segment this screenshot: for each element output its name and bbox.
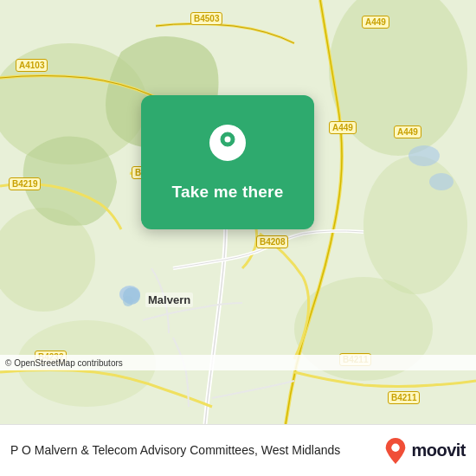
svg-point-9 [429,173,453,190]
road-label-b4219: B4219 [9,177,41,190]
location-description: P O Malvern & Telecom Advisory Committee… [10,442,383,458]
attribution-bar: © OpenStreetMap contributors [0,355,476,370]
svg-point-3 [363,156,467,294]
road-label-a4103: A4103 [16,59,48,72]
moovit-logo: moovit [383,437,466,465]
road-label-b4211-br: B4211 [388,391,420,404]
attribution-text: © OpenStreetMap contributors [5,358,123,368]
location-pin-icon [207,124,248,174]
svg-point-14 [225,136,231,142]
take-me-there-label: Take me there [172,183,284,202]
road-label-b4208: B4208 [256,235,288,248]
road-label-a449-mid: A449 [329,121,357,134]
road-label-a449-right: A449 [394,125,421,138]
svg-point-15 [392,443,400,451]
svg-point-8 [408,145,440,166]
svg-point-11 [123,296,133,306]
map-container: B4503 A449 A4103 B4503 B4219 A449 A449 B… [0,0,476,424]
city-label: Malvern [145,293,193,307]
moovit-brand-label: moovit [411,441,466,460]
bottom-info-bar: P O Malvern & Telecom Advisory Committee… [0,424,476,476]
road-label-b4503-top: B4503 [190,12,222,25]
take-me-there-card[interactable]: Take me there [141,95,314,229]
road-label-a449-top: A449 [362,16,389,29]
moovit-pin-icon [383,437,408,465]
